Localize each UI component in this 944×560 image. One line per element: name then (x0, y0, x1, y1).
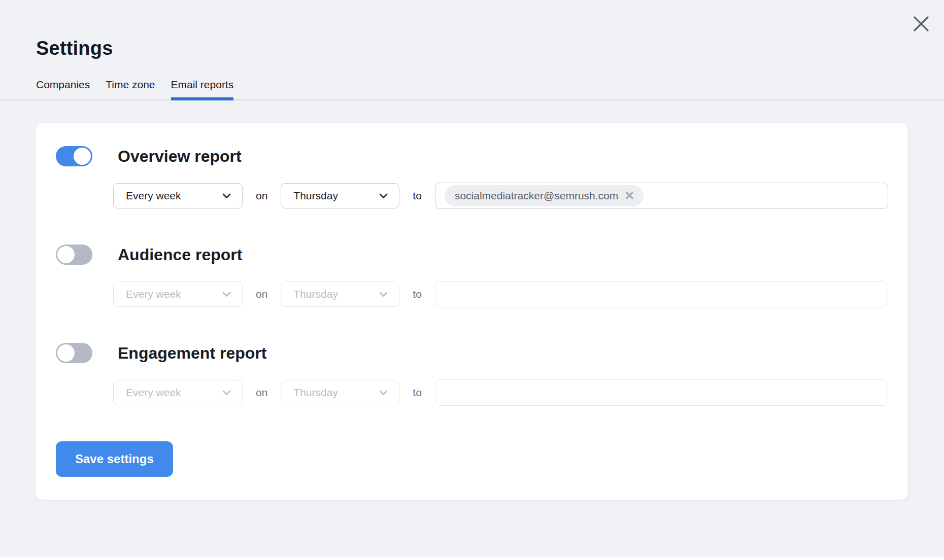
audience-report-controls: Every week on Thursday to (113, 281, 888, 307)
remove-recipient-icon[interactable]: ✕ (624, 190, 634, 202)
close-icon (912, 15, 930, 33)
engagement-report-header: Engagement report (56, 343, 888, 363)
close-button[interactable] (912, 14, 931, 33)
audience-report-section: Audience report Every week on Thursday t… (56, 244, 888, 307)
day-value: Thursday (293, 387, 338, 399)
toggle-knob (74, 148, 91, 165)
frequency-value: Every week (126, 190, 181, 202)
chevron-down-icon (222, 193, 231, 199)
engagement-report-controls: Every week on Thursday to (113, 379, 888, 406)
frequency-select[interactable]: Every week (113, 183, 243, 208)
overview-report-controls: Every week on Thursday to socialmediatra… (113, 183, 888, 209)
audience-report-header: Audience report (56, 244, 888, 265)
recipients-input[interactable]: socialmediatracker@semrush.com ✕ (435, 183, 888, 209)
day-select[interactable]: Thursday (281, 183, 399, 208)
tabs-bar: Companies Time zone Email reports (0, 79, 944, 100)
to-label: to (413, 387, 422, 399)
tab-companies[interactable]: Companies (36, 79, 90, 99)
recipient-email: socialmediatracker@semrush.com (455, 190, 618, 202)
frequency-value: Every week (126, 387, 181, 399)
to-label: to (413, 288, 422, 300)
chevron-down-icon (379, 292, 388, 297)
day-value: Thursday (293, 288, 338, 300)
frequency-select-disabled: Every week (113, 282, 243, 307)
overview-report-section: Overview report Every week on Thursday t… (56, 146, 888, 209)
engagement-report-toggle[interactable] (56, 343, 92, 363)
recipient-chip: socialmediatracker@semrush.com ✕ (445, 185, 644, 206)
engagement-report-section: Engagement report Every week on Thursday… (56, 343, 888, 406)
audience-report-toggle[interactable] (56, 244, 92, 265)
day-value: Thursday (293, 190, 338, 202)
recipients-input-disabled (435, 281, 888, 307)
audience-report-title: Audience report (118, 244, 242, 265)
toggle-knob (57, 246, 75, 263)
overview-report-toggle[interactable] (56, 146, 92, 166)
save-settings-button[interactable]: Save settings (56, 441, 173, 477)
chevron-down-icon (379, 193, 388, 199)
overview-report-title: Overview report (118, 146, 242, 166)
frequency-select-disabled: Every week (113, 380, 243, 405)
tab-time-zone[interactable]: Time zone (106, 79, 155, 99)
day-select-disabled: Thursday (281, 282, 399, 307)
chevron-down-icon (222, 292, 231, 297)
chevron-down-icon (379, 390, 388, 396)
page-title: Settings (0, 0, 944, 59)
on-label: on (256, 387, 267, 399)
on-label: on (256, 190, 267, 202)
recipients-input-disabled (435, 379, 888, 406)
to-label: to (413, 190, 422, 202)
on-label: on (256, 288, 267, 300)
email-reports-panel: Overview report Every week on Thursday t… (36, 123, 908, 500)
engagement-report-title: Engagement report (118, 343, 266, 363)
tab-email-reports[interactable]: Email reports (171, 79, 234, 99)
day-select-disabled: Thursday (281, 380, 399, 405)
window-bottom-edge (0, 557, 944, 560)
chevron-down-icon (222, 390, 231, 396)
toggle-knob (57, 344, 75, 362)
overview-report-header: Overview report (56, 146, 888, 166)
frequency-value: Every week (126, 288, 181, 300)
